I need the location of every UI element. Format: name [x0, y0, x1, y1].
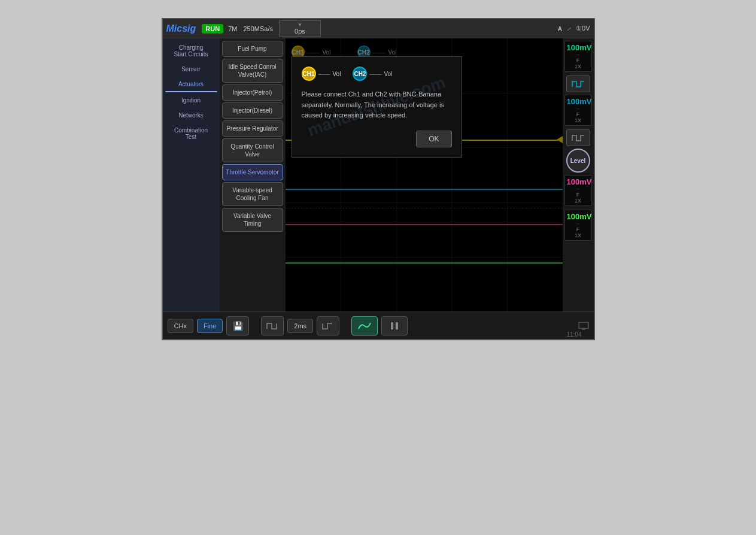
sidebar-item-charging[interactable]: Charging Start Circuits [165, 41, 217, 61]
save-button[interactable]: 💾 [226, 316, 249, 335]
dialog-ch1-unit: Vol [333, 71, 341, 77]
sidebar-item-combination[interactable]: Combination Test [165, 123, 217, 144]
ch3-coupling: F [567, 192, 590, 198]
ch3-volt: 100mV [567, 177, 590, 186]
bottom-toolbar: CHx Fine 💾 2ms [163, 312, 594, 339]
sample-rate-stat: 250MSa/s [243, 25, 273, 32]
svg-rect-0 [391, 322, 393, 330]
ch2-dots: ··· [567, 106, 590, 111]
timestamp: 11:04 [566, 331, 581, 338]
throttle-servomotor-button[interactable]: Throttle Servomotor [222, 164, 283, 180]
pressure-regulator-button[interactable]: Pressure Regulator [222, 120, 283, 137]
screen-icon [578, 322, 589, 330]
brand-logo: Micsig [166, 23, 196, 34]
sidebar: Charging Start Circuits Sensor Actuators… [163, 38, 220, 312]
info-dialog: manualshlive.com CH1 —— Vol CH2 [292, 56, 462, 158]
trigger-ch-level: ①0V [576, 25, 590, 32]
chx-button[interactable]: CHx [168, 319, 193, 333]
dialog-ch-row: CH1 —— Vol CH2 —— Vol [302, 67, 452, 81]
ch1-volt: 100mV [567, 43, 590, 52]
time-display[interactable]: ▼ 0ps [279, 20, 321, 37]
dialog-ch2-badge: CH2 [353, 67, 367, 81]
sidebar-item-actuators[interactable]: Actuators [165, 77, 217, 92]
fine-button[interactable]: Fine [197, 319, 223, 333]
display-area: CH1 —— Vol CH2 —— Vol [286, 38, 563, 312]
top-bar: Micsig RUN 7M 250MSa/s ▼ 0ps A ⟋ ①0V [163, 19, 594, 38]
ch3-waveform-icon[interactable] [566, 129, 590, 146]
run-status-badge: RUN [202, 24, 223, 34]
ch1-probe: 1X [567, 64, 590, 69]
dialog-message: Please connect Ch1 and Ch2 with BNC-Bana… [302, 89, 452, 121]
button-panel: Fuel Pump Idle Speed Conrol Valve(IAC) I… [220, 38, 286, 312]
dialog-ch1-badge: CH1 [302, 67, 316, 81]
dialog-ch2-unit: Vol [384, 71, 392, 77]
ch1-control[interactable]: 100mV ··· F 1X [564, 41, 592, 72]
right-panel: 100mV ··· F 1X 100mV ··· F 1X [563, 38, 594, 312]
variable-valve-timing-button[interactable]: Variable Valve Timing [222, 208, 283, 232]
ch4-coupling: F [567, 226, 590, 232]
pause-button[interactable] [381, 316, 408, 335]
time-value: 0ps [294, 28, 305, 35]
ch2-probe: 1X [567, 117, 590, 123]
fuel-pump-button[interactable]: Fuel Pump [222, 41, 283, 57]
dialog-ok-button[interactable]: OK [416, 131, 451, 147]
injector-diesel-button[interactable]: Injector(Diesel) [222, 102, 283, 119]
ch4-volt: 100mV [567, 212, 590, 221]
ch2-waveform-icon[interactable] [566, 75, 590, 92]
save-icon: 💾 [233, 321, 243, 331]
trigger-info: A ⟋ ①0V [558, 25, 590, 32]
variable-speed-cooling-fan-button[interactable]: Variable-speed Cooling Fan [222, 182, 283, 206]
sidebar-item-sensor[interactable]: Sensor [165, 62, 217, 76]
ch2-coupling: F [567, 111, 590, 117]
ch4-dots: ··· [567, 221, 590, 226]
dialog-overlay: manualshlive.com CH1 —— Vol CH2 [286, 38, 563, 312]
time-base-button[interactable]: 2ms [287, 319, 313, 333]
dialog-footer: OK [302, 131, 452, 147]
trigger-mode: A [558, 25, 562, 32]
injector-petrol-button[interactable]: Injector(Petrol) [222, 84, 283, 101]
ch1-coupling: F [567, 58, 590, 64]
svg-rect-2 [579, 322, 588, 328]
ch3-control[interactable]: 100mV ··· F 1X [564, 175, 592, 206]
sidebar-item-ignition[interactable]: Ignition [165, 93, 217, 107]
trigger-shape: ⟋ [566, 25, 572, 32]
ch3-dots: ··· [567, 186, 590, 192]
ch2-control[interactable]: 100mV ··· F 1X [564, 95, 592, 126]
idle-speed-button[interactable]: Idle Speed Conrol Valve(IAC) [222, 59, 283, 83]
rising-edge-button[interactable] [261, 316, 284, 335]
ch4-probe: 1X [567, 232, 590, 238]
memory-stat: 7M [228, 25, 237, 32]
falling-edge-button[interactable] [317, 316, 339, 335]
main-content: Charging Start Circuits Sensor Actuators… [163, 38, 594, 312]
ch4-control[interactable]: 100mV ··· F 1X [564, 210, 592, 241]
auto-button[interactable] [351, 316, 378, 335]
svg-rect-1 [396, 322, 398, 330]
oscilloscope-device: Micsig RUN 7M 250MSa/s ▼ 0ps A ⟋ ①0V Cha… [162, 18, 595, 340]
quantity-control-valve-button[interactable]: Quantity Control Valve [222, 138, 283, 162]
sidebar-item-networks[interactable]: Networks [165, 108, 217, 122]
level-button[interactable]: Level [566, 149, 590, 173]
ch2-volt: 100mV [567, 97, 590, 106]
ch3-probe: 1X [567, 198, 590, 204]
ch1-dots: ··· [567, 52, 590, 58]
